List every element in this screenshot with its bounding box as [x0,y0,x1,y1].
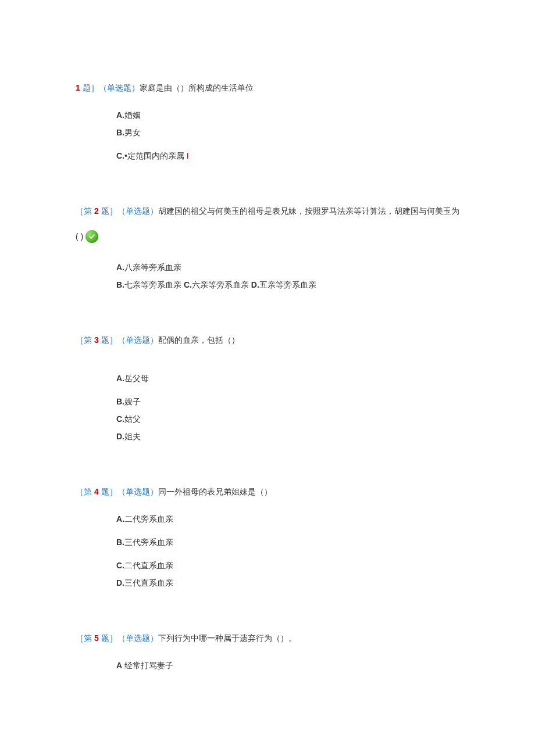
question-type: 单选题 [107,83,131,92]
option-a[interactable]: A.八亲等旁系血亲 [116,259,459,275]
question-type: 单选题 [126,487,150,496]
option-b[interactable]: B.七亲等旁系血亲 [116,280,181,289]
page-container: 1 题］（单选题）家庭是由（）所构成的生活单位 A.婚姻 B.男女 C.•定范围… [0,0,535,710]
question-number-prefix: ［第 [76,206,94,216]
question-number-prefix: ［第 [76,633,94,643]
question-number: 3 [94,335,99,345]
option-d[interactable]: D.五亲等旁系血亲 [251,280,316,289]
question-type: 单选题 [126,335,150,345]
question-header: 1 题］（单选题）家庭是由（）所构成的生活单位 [76,81,459,95]
option-a[interactable]: A 经常打骂妻子 [116,657,459,673]
question-type: 单选题 [126,206,150,216]
question-number: 1 [76,83,80,92]
correct-check-icon [85,230,98,243]
option-b[interactable]: B.三代旁系血亲 [116,534,459,550]
option-a[interactable]: A.婚姻 [116,107,459,123]
option-list: A.婚姻 B.男女 C.•定范围内的亲属 I [76,107,459,164]
cursor-icon: I [184,151,189,160]
question-type-close: ） [150,335,158,345]
option-list: A.岳父母 B.嫂子 C.姑父 D.姐夫 [76,370,459,445]
question-header: ［第 3 题］（单选题）配偶的血亲，包括（） [76,334,459,347]
question-type-close: ） [150,206,158,216]
option-a[interactable]: A.二代旁系血亲 [116,511,459,527]
option-c[interactable]: C.•定范围内的亲属 I [116,148,459,164]
question-header: ［第 2 题］（单选题）胡建国的祖父与何美玉的祖母是表兄妹，按照罗马法亲等计算法… [76,205,459,218]
question-number-prefix: ［第 [76,335,94,345]
question-1: 1 题］（单选题）家庭是由（）所构成的生活单位 A.婚姻 B.男女 C.•定范围… [76,81,459,164]
option-d[interactable]: D.三代直系血亲 [116,575,459,591]
option-c[interactable]: C.二代直系血亲 [116,557,459,574]
question-text: 胡建国的祖父与何美玉的祖母是表兄妹，按照罗马法亲等计算法，胡建国与何美玉为 [158,206,459,216]
question-number-suffix: 题］（ [80,83,107,92]
question-header: ［第 5 题］（单选题）下列行为中哪一种属于遗弃行为（）。 [76,632,459,646]
question-text: 同一外祖母的表兄弟姐妹是（） [158,487,272,496]
question-type: 单选题 [126,633,150,643]
question-number-suffix: 题］（ [99,487,126,496]
question-text: 配偶的血亲，包括（） [158,335,240,345]
question-header: ［第 4 题］（单选题）同一外祖母的表兄弟姐妹是（） [76,485,459,499]
question-text: 家庭是由（）所构成的生活单位 [140,83,254,92]
question-2: ［第 2 题］（单选题）胡建国的祖父与何美玉的祖母是表兄妹，按照罗马法亲等计算法… [76,205,459,293]
option-list: A.二代旁系血亲 B.三代旁系血亲 C.二代直系血亲 D.三代直系血亲 [76,511,459,591]
option-row-bcd: B.七亲等旁系血亲 C.六亲等旁系血亲 D.五亲等旁系血亲 [116,277,459,293]
option-c[interactable]: C.六亲等旁系血亲 [184,280,249,289]
blank-parens: ( ) [76,232,83,241]
question-type-close: ） [150,633,158,643]
check-row: ( ) [76,230,459,243]
question-number-suffix: 题］（ [99,335,126,345]
question-type-close: ） [150,487,158,496]
option-d[interactable]: D.姐夫 [116,428,459,445]
question-4: ［第 4 题］（单选题）同一外祖母的表兄弟姐妹是（） A.二代旁系血亲 B.三代… [76,485,459,591]
option-list: A 经常打骂妻子 [76,657,459,673]
option-b[interactable]: B.嫂子 [116,393,459,410]
question-number-prefix: ［第 [76,487,94,496]
question-number: 5 [94,633,99,643]
question-number-suffix: 题］（ [99,633,126,643]
question-number: 2 [94,206,99,216]
option-list: A.八亲等旁系血亲 B.七亲等旁系血亲 C.六亲等旁系血亲 D.五亲等旁系血亲 [76,259,459,293]
question-number: 4 [94,487,99,496]
question-3: ［第 3 题］（单选题）配偶的血亲，包括（） A.岳父母 B.嫂子 C.姑父 D… [76,334,459,445]
option-c[interactable]: C.姑父 [116,411,459,427]
question-number-suffix: 题］（ [99,206,126,216]
question-5: ［第 5 题］（单选题）下列行为中哪一种属于遗弃行为（）。 A 经常打骂妻子 [76,632,459,673]
question-type-close: ） [131,83,140,92]
question-text: 下列行为中哪一种属于遗弃行为（）。 [158,633,297,643]
option-b[interactable]: B.男女 [116,124,459,141]
option-a[interactable]: A.岳父母 [116,370,459,386]
